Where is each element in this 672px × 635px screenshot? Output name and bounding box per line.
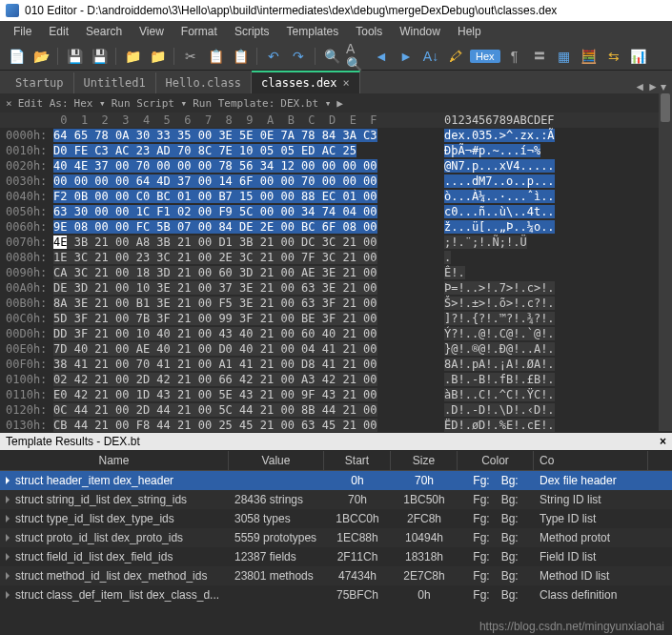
menu-templates[interactable]: Templates <box>279 23 347 40</box>
next-icon[interactable]: ► <box>396 46 417 67</box>
hex-row[interactable]: 0030h:00 00 00 00 64 4D 37 00 14 6F 00 0… <box>0 174 672 189</box>
hex-row[interactable]: 0110h:E0 42 21 00 1D 43 21 00 5E 43 21 0… <box>0 387 672 402</box>
document-tabs: Startup Untitled1 Hello.class classes.de… <box>0 71 672 93</box>
hex-row[interactable]: 00A0h:DE 3D 21 00 10 3E 21 00 37 3E 21 0… <box>0 280 672 296</box>
menu-view[interactable]: View <box>132 23 172 40</box>
tab-startup[interactable]: Startup <box>6 72 74 93</box>
hex-row[interactable]: 00E0h:7D 40 21 00 AE 40 21 00 D0 40 21 0… <box>0 341 672 357</box>
result-row[interactable]: struct class_def_item_list dex_class_d..… <box>0 585 672 604</box>
menu-edit[interactable]: Edit <box>41 23 76 40</box>
hex-row[interactable]: 00C0h:5D 3F 21 00 7B 3F 21 00 99 3F 21 0… <box>0 311 672 326</box>
run-template-label: Run Template: <box>193 97 275 110</box>
col-start[interactable]: Start <box>324 451 391 470</box>
col-color[interactable]: Color <box>458 451 534 470</box>
result-row[interactable]: struct method_id_list dex_method_ids2380… <box>0 566 672 585</box>
watermark: https://blog.csdn.net/mingyunxiaohai <box>479 620 664 633</box>
expand-icon[interactable] <box>6 553 10 561</box>
menu-file[interactable]: File <box>6 23 39 40</box>
close-icon[interactable]: × <box>343 76 350 90</box>
copy-icon[interactable]: 📋 <box>205 46 226 67</box>
scrollbar[interactable] <box>659 92 672 431</box>
result-row[interactable]: struct proto_id_list dex_proto_ids5559 p… <box>0 528 672 547</box>
scroll-thumb[interactable] <box>661 93 670 122</box>
menu-scripts[interactable]: Scripts <box>227 23 277 40</box>
hex-row[interactable]: 0130h:CB 44 21 00 F8 44 21 00 25 45 21 0… <box>0 418 672 433</box>
hex-row[interactable]: 0100h:02 42 21 00 2D 42 21 00 66 42 21 0… <box>0 372 672 387</box>
expand-icon[interactable] <box>6 534 10 542</box>
hex-row[interactable]: 00D0h:DD 3F 21 00 10 40 21 00 43 40 21 0… <box>0 326 672 341</box>
expand-icon[interactable] <box>6 515 10 522</box>
result-row[interactable]: struct string_id_list dex_string_ids2843… <box>0 490 672 509</box>
template-name[interactable]: DEX.bt ▾ <box>280 97 331 110</box>
para-icon[interactable]: ¶ <box>504 46 525 67</box>
template-results-header: Template Results - DEX.bt × <box>0 433 672 450</box>
replace-icon[interactable]: A↓ <box>420 46 441 67</box>
hex-row[interactable]: 00B0h:8A 3E 21 00 B1 3E 21 00 F5 3E 21 0… <box>0 296 672 311</box>
expand-icon[interactable] <box>6 496 10 503</box>
menu-window[interactable]: Window <box>392 23 448 40</box>
save-icon[interactable]: 💾 <box>64 46 85 67</box>
cut-icon[interactable]: ✂ <box>180 46 201 67</box>
prev-icon[interactable]: ◄ <box>371 46 392 67</box>
grid-icon[interactable]: ▦ <box>554 46 575 67</box>
hex-row[interactable]: 0120h:0C 44 21 00 2D 44 21 00 5C 44 21 0… <box>0 402 672 418</box>
hex-row[interactable]: 0050h:63 30 00 00 1C F1 02 00 F9 5C 00 0… <box>0 204 672 219</box>
menu-bar: File Edit Search View Format Scripts Tem… <box>0 21 672 42</box>
ruler-icon[interactable]: 〓 <box>529 46 550 67</box>
run-template-icon[interactable]: ▶ <box>336 97 343 110</box>
tab-prev-icon[interactable]: ◄ <box>634 80 645 93</box>
col-name[interactable]: Name <box>0 451 229 470</box>
col-value[interactable]: Value <box>229 451 324 470</box>
app-logo-icon <box>6 4 19 17</box>
hex-row[interactable]: 0010h:D0 FE C3 AC 23 AD 70 8C 7E 10 05 0… <box>0 143 672 158</box>
hex-row[interactable]: 0000h:64 65 78 0A 30 33 35 00 3E 5E 0E 7… <box>0 128 672 143</box>
tab-hello-class[interactable]: Hello.class <box>156 72 252 93</box>
col-comment[interactable]: Co <box>534 451 648 470</box>
toolbar: 📄 📂 💾 💾 📁 📁 ✂ 📋 📋 ↶ ↷ 🔍 A🔍 ◄ ► A↓ 🖍 Hex … <box>0 42 672 71</box>
folder2-icon[interactable]: 📁 <box>147 46 168 67</box>
hex-row[interactable]: 0020h:40 4E 37 00 70 00 00 00 78 56 34 1… <box>0 158 672 174</box>
result-row[interactable]: struct type_id_list dex_type_ids3058 typ… <box>0 509 672 528</box>
calc-icon[interactable]: 🧮 <box>579 46 600 67</box>
expand-icon[interactable] <box>6 591 10 599</box>
expand-icon[interactable] <box>6 477 10 484</box>
folder-icon[interactable]: 📁 <box>122 46 143 67</box>
result-row[interactable]: struct field_id_list dex_field_ids12387 … <box>0 547 672 566</box>
find-big-icon[interactable]: A🔍 <box>346 46 367 67</box>
run-script-label[interactable]: Run Script ▾ <box>112 97 187 110</box>
hex-row[interactable]: 00F0h:38 41 21 00 70 41 21 00 A1 41 21 0… <box>0 357 672 372</box>
hex-row[interactable]: 0040h:F2 0B 00 00 C0 BC 01 00 B7 15 00 0… <box>0 189 672 204</box>
hist-icon[interactable]: 📊 <box>628 46 649 67</box>
menu-tools[interactable]: Tools <box>348 23 390 40</box>
col-size[interactable]: Size <box>391 451 458 470</box>
highlight-icon[interactable]: 🖍 <box>445 46 466 67</box>
tab-untitled1[interactable]: Untitled1 <box>74 72 156 93</box>
edit-as-value[interactable]: Hex ▾ <box>74 97 106 110</box>
hex-row[interactable]: 0060h:9E 08 00 00 FC 5B 07 00 84 DE 2E 0… <box>0 219 672 235</box>
compare-icon[interactable]: ⇆ <box>603 46 624 67</box>
menu-help[interactable]: Help <box>450 23 489 40</box>
hex-row[interactable]: 0070h:4E 3B 21 00 A8 3B 21 00 D1 3B 21 0… <box>0 235 672 250</box>
undo-icon[interactable]: ↶ <box>263 46 284 67</box>
ascii-col-header: 0123456789ABCDEF <box>444 113 568 128</box>
hex-view[interactable]: 0 1 2 3 4 5 6 7 8 9 A B C D E F 01234567… <box>0 113 672 433</box>
find-icon[interactable]: 🔍 <box>321 46 342 67</box>
open-icon[interactable]: 📂 <box>31 46 51 67</box>
hex-row[interactable]: 0090h:CA 3C 21 00 18 3D 21 00 60 3D 21 0… <box>0 265 672 280</box>
new-icon[interactable]: 📄 <box>6 46 27 67</box>
menu-search[interactable]: Search <box>78 23 130 40</box>
hex-row[interactable]: 0080h:1E 3C 21 00 23 3C 21 00 2E 3C 21 0… <box>0 250 672 265</box>
tab-classes-dex[interactable]: classes.dex× <box>252 71 360 93</box>
expand-icon[interactable] <box>6 572 10 580</box>
edit-sub-bar: × Edit As: Hex ▾ Run Script ▾ Run Templa… <box>0 93 672 113</box>
redo-icon[interactable]: ↷ <box>288 46 309 67</box>
result-row[interactable]: struct header_item dex_header0h70hFg:Bg:… <box>0 471 672 490</box>
close-results-icon[interactable]: × <box>660 435 666 448</box>
tab-next-icon[interactable]: ► <box>647 80 659 93</box>
window-title: 010 Editor - D:\androiddemo\3\Hello\app\… <box>25 4 557 17</box>
menu-format[interactable]: Format <box>173 23 225 40</box>
close-panel-icon[interactable]: × <box>6 97 12 110</box>
paste-icon[interactable]: 📋 <box>230 46 251 67</box>
hex-mode-badge[interactable]: Hex <box>470 50 500 63</box>
save-all-icon[interactable]: 💾 <box>89 46 110 67</box>
